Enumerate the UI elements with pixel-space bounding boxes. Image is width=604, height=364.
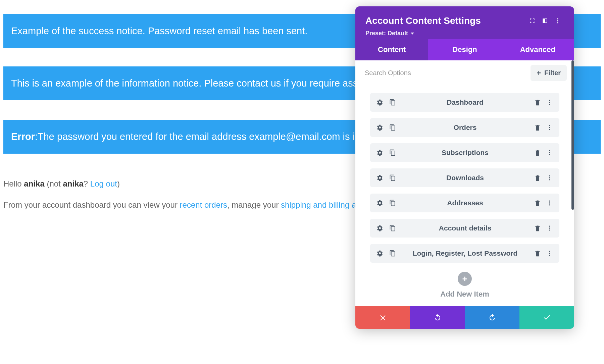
svg-point-11 <box>549 154 550 155</box>
svg-point-0 <box>557 18 558 19</box>
svg-point-16 <box>549 202 550 203</box>
more-icon[interactable] <box>546 250 553 257</box>
item-card[interactable]: Dashboard <box>370 93 559 112</box>
svg-point-7 <box>549 127 550 128</box>
item-label: Addresses <box>396 199 534 207</box>
svg-point-21 <box>549 251 550 252</box>
more-icon[interactable] <box>551 14 564 27</box>
add-item-label: Add New Item <box>355 290 574 299</box>
more-icon[interactable] <box>546 224 553 232</box>
duplicate-icon[interactable] <box>389 199 396 207</box>
more-icon[interactable] <box>546 99 553 106</box>
item-label: Downloads <box>396 174 534 182</box>
gear-icon[interactable] <box>376 174 384 181</box>
trash-icon[interactable] <box>534 174 541 181</box>
save-button[interactable] <box>519 306 574 329</box>
item-card[interactable]: Downloads <box>370 168 559 187</box>
expand-icon[interactable] <box>526 14 539 27</box>
chevron-down-icon <box>411 33 414 35</box>
duplicate-icon[interactable] <box>389 99 396 106</box>
duplicate-icon[interactable] <box>389 174 396 181</box>
svg-point-8 <box>549 129 550 130</box>
items-list: DashboardOrdersSubscriptionsDownloadsAdd… <box>355 86 574 263</box>
panel-title: Account Content Settings <box>365 15 526 26</box>
tab-design[interactable]: Design <box>428 39 501 60</box>
trash-icon[interactable] <box>534 149 541 156</box>
svg-point-23 <box>549 255 550 256</box>
svg-point-19 <box>549 227 550 228</box>
svg-point-15 <box>549 201 550 202</box>
svg-point-17 <box>549 204 550 205</box>
item-label: Login, Register, Lost Password <box>396 249 534 257</box>
svg-point-1 <box>557 20 558 21</box>
error-label: Error <box>11 131 35 142</box>
duplicate-icon[interactable] <box>389 250 396 257</box>
svg-point-13 <box>549 177 550 178</box>
redo-button[interactable] <box>465 306 519 329</box>
panel-footer <box>355 306 574 329</box>
item-card[interactable]: Subscriptions <box>370 143 559 162</box>
svg-point-5 <box>549 104 550 105</box>
snap-icon[interactable] <box>539 14 551 27</box>
trash-icon[interactable] <box>534 199 541 207</box>
tab-content[interactable]: Content <box>355 39 428 60</box>
svg-point-6 <box>549 125 550 126</box>
item-card[interactable]: Account details <box>370 219 559 238</box>
panel-tabs: Content Design Advanced <box>355 39 574 60</box>
undo-button[interactable] <box>410 306 465 329</box>
gear-icon[interactable] <box>376 99 384 106</box>
cancel-button[interactable] <box>355 306 410 329</box>
add-item-section: + Add New Item <box>355 269 574 306</box>
error-text: :The password you entered for the email … <box>35 131 393 142</box>
duplicate-icon[interactable] <box>389 124 396 131</box>
item-card[interactable]: Login, Register, Lost Password <box>370 244 559 263</box>
svg-point-18 <box>549 226 550 227</box>
settings-panel-header: Account Content Settings Preset: Default <box>355 6 574 39</box>
duplicate-icon[interactable] <box>389 149 396 156</box>
svg-point-9 <box>549 150 550 151</box>
item-label: Orders <box>396 123 534 132</box>
search-row: +Filter <box>355 60 574 86</box>
gear-icon[interactable] <box>376 250 384 257</box>
trash-icon[interactable] <box>534 99 541 106</box>
more-icon[interactable] <box>546 174 553 181</box>
more-icon[interactable] <box>546 199 553 207</box>
svg-point-2 <box>557 22 558 23</box>
gear-icon[interactable] <box>376 224 384 232</box>
more-icon[interactable] <box>546 149 553 156</box>
trash-icon[interactable] <box>534 224 541 232</box>
svg-point-22 <box>549 253 550 254</box>
duplicate-icon[interactable] <box>389 224 396 232</box>
recent-orders-link[interactable]: recent orders <box>180 200 227 209</box>
search-input[interactable] <box>363 66 531 80</box>
preset-dropdown[interactable]: Preset: Default <box>365 30 414 37</box>
svg-point-20 <box>549 229 550 230</box>
item-label: Subscriptions <box>396 149 534 157</box>
add-item-button[interactable]: + <box>458 272 472 286</box>
item-card[interactable]: Addresses <box>370 194 559 212</box>
more-icon[interactable] <box>546 124 553 131</box>
svg-point-10 <box>549 152 550 153</box>
svg-point-3 <box>549 100 550 101</box>
panel-body: +Filter DashboardOrdersSubscriptionsDown… <box>355 60 574 306</box>
item-label: Account details <box>396 224 534 232</box>
svg-point-12 <box>549 175 550 176</box>
item-label: Dashboard <box>396 98 534 106</box>
panel-scrollbar[interactable] <box>571 60 574 210</box>
gear-icon[interactable] <box>376 124 384 131</box>
logout-link[interactable]: Log out <box>90 179 117 188</box>
gear-icon[interactable] <box>376 149 384 156</box>
gear-icon[interactable] <box>376 199 384 207</box>
trash-icon[interactable] <box>534 250 541 257</box>
plus-icon: + <box>537 69 541 77</box>
tab-advanced[interactable]: Advanced <box>501 39 574 60</box>
item-card[interactable]: Orders <box>370 118 559 137</box>
settings-panel: Account Content Settings Preset: Default… <box>355 6 574 329</box>
filter-button[interactable]: +Filter <box>531 65 567 81</box>
svg-point-14 <box>549 179 550 180</box>
svg-point-4 <box>549 102 550 103</box>
trash-icon[interactable] <box>534 124 541 131</box>
